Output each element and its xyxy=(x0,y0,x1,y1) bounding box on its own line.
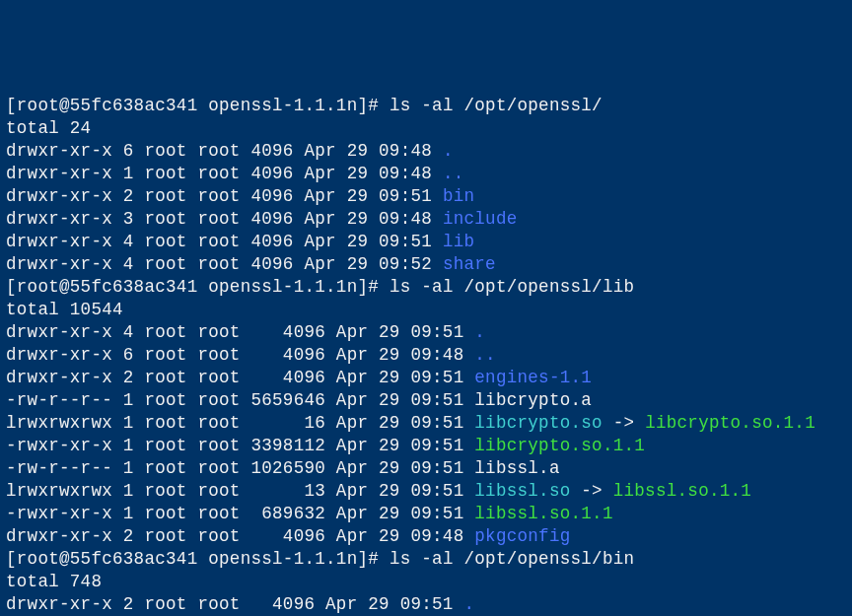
ls-name: . xyxy=(474,322,485,342)
ls-name: pkgconfig xyxy=(474,526,570,546)
terminal-line: drwxr-xr-x 2 root root 4096 Apr 29 09:51… xyxy=(6,367,846,389)
terminal-line: drwxr-xr-x 4 root root 4096 Apr 29 09:51… xyxy=(6,231,846,253)
shell-prompt: [root@55fc638ac341 openssl-1.1.1n]# xyxy=(6,96,390,115)
ls-name: libcrypto.so xyxy=(474,413,603,433)
terminal-line: drwxr-xr-x 2 root root 4096 Apr 29 09:51… xyxy=(6,593,846,616)
ls-meta: drwxr-xr-x 3 root root 4096 Apr 29 09:48 xyxy=(6,209,443,229)
ls-name: include xyxy=(443,209,518,229)
symlink-arrow: -> xyxy=(603,413,645,433)
terminal-line: drwxr-xr-x 3 root root 4096 Apr 29 09:48… xyxy=(6,208,846,231)
ls-meta: -rwxr-xr-x 1 root root 3398112 Apr 29 09… xyxy=(6,436,474,455)
shell-prompt: [root@55fc638ac341 openssl-1.1.1n]# xyxy=(6,277,390,297)
ls-meta: drwxr-xr-x 4 root root 4096 Apr 29 09:51 xyxy=(6,232,443,251)
terminal-line: total 748 xyxy=(6,571,846,593)
terminal-line: total 10544 xyxy=(6,299,846,321)
symlink-arrow: -> xyxy=(571,481,613,501)
terminal-line: -rwxr-xr-x 1 root root 3398112 Apr 29 09… xyxy=(6,435,846,457)
ls-name: share xyxy=(443,254,496,274)
ls-meta: drwxr-xr-x 2 root root 4096 Apr 29 09:48 xyxy=(6,526,474,546)
ls-meta: drwxr-xr-x 2 root root 4096 Apr 29 09:51 xyxy=(6,186,443,206)
terminal-output[interactable]: [root@55fc638ac341 openssl-1.1.1n]# ls -… xyxy=(6,95,846,616)
terminal-line: drwxr-xr-x 6 root root 4096 Apr 29 09:48… xyxy=(6,344,846,367)
command-text: ls -al /opt/openssl/bin xyxy=(390,549,634,569)
ls-meta: -rwxr-xr-x 1 root root 689632 Apr 29 09:… xyxy=(6,504,474,523)
ls-total: total 24 xyxy=(6,118,91,138)
ls-name: .. xyxy=(474,345,496,365)
ls-name: bin xyxy=(443,186,474,206)
ls-name: . xyxy=(463,594,474,614)
command-text: ls -al /opt/openssl/lib xyxy=(390,277,634,297)
ls-name: libcrypto.a xyxy=(474,390,592,410)
ls-name: libcrypto.so.1.1 xyxy=(474,436,645,455)
symlink-target: libssl.so.1.1 xyxy=(613,481,751,501)
terminal-line: lrwxrwxrwx 1 root root 16 Apr 29 09:51 l… xyxy=(6,412,846,435)
terminal-line: drwxr-xr-x 4 root root 4096 Apr 29 09:52… xyxy=(6,253,846,276)
terminal-line: [root@55fc638ac341 openssl-1.1.1n]# ls -… xyxy=(6,95,846,117)
ls-meta: drwxr-xr-x 4 root root 4096 Apr 29 09:52 xyxy=(6,254,443,274)
ls-meta: lrwxrwxrwx 1 root root 16 Apr 29 09:51 xyxy=(6,413,474,433)
terminal-line: -rw-r--r-- 1 root root 5659646 Apr 29 09… xyxy=(6,389,846,412)
terminal-line: [root@55fc638ac341 openssl-1.1.1n]# ls -… xyxy=(6,548,846,571)
terminal-line: drwxr-xr-x 6 root root 4096 Apr 29 09:48… xyxy=(6,140,846,163)
terminal-line: -rwxr-xr-x 1 root root 689632 Apr 29 09:… xyxy=(6,503,846,525)
terminal-line: drwxr-xr-x 1 root root 4096 Apr 29 09:48… xyxy=(6,163,846,185)
ls-name: libssl.a xyxy=(474,458,559,478)
ls-name: .. xyxy=(443,164,464,183)
terminal-line: drwxr-xr-x 2 root root 4096 Apr 29 09:51… xyxy=(6,185,846,208)
terminal-line: [root@55fc638ac341 openssl-1.1.1n]# ls -… xyxy=(6,276,846,299)
shell-prompt: [root@55fc638ac341 openssl-1.1.1n]# xyxy=(6,549,390,569)
ls-name: . xyxy=(443,141,454,161)
terminal-line: drwxr-xr-x 2 root root 4096 Apr 29 09:48… xyxy=(6,525,846,548)
ls-meta: -rw-r--r-- 1 root root 1026590 Apr 29 09… xyxy=(6,458,474,478)
ls-meta: drwxr-xr-x 1 root root 4096 Apr 29 09:48 xyxy=(6,164,443,183)
terminal-line: total 24 xyxy=(6,117,846,140)
ls-meta: drwxr-xr-x 2 root root 4096 Apr 29 09:51 xyxy=(6,368,474,387)
terminal-line: lrwxrwxrwx 1 root root 13 Apr 29 09:51 l… xyxy=(6,480,846,503)
symlink-target: libcrypto.so.1.1 xyxy=(645,413,816,433)
ls-name: libssl.so xyxy=(474,481,570,501)
ls-name: engines-1.1 xyxy=(474,368,592,387)
ls-meta: drwxr-xr-x 2 root root 4096 Apr 29 09:51 xyxy=(6,594,463,614)
terminal-line: -rw-r--r-- 1 root root 1026590 Apr 29 09… xyxy=(6,457,846,480)
terminal-line: drwxr-xr-x 4 root root 4096 Apr 29 09:51… xyxy=(6,321,846,344)
ls-meta: drwxr-xr-x 6 root root 4096 Apr 29 09:48 xyxy=(6,345,474,365)
ls-total: total 748 xyxy=(6,572,102,591)
ls-meta: drwxr-xr-x 6 root root 4096 Apr 29 09:48 xyxy=(6,141,443,161)
ls-total: total 10544 xyxy=(6,300,123,319)
ls-meta: drwxr-xr-x 4 root root 4096 Apr 29 09:51 xyxy=(6,322,474,342)
ls-name: libssl.so.1.1 xyxy=(474,504,612,523)
ls-meta: lrwxrwxrwx 1 root root 13 Apr 29 09:51 xyxy=(6,481,474,501)
command-text: ls -al /opt/openssl/ xyxy=(390,96,603,115)
ls-name: lib xyxy=(443,232,474,251)
ls-meta: -rw-r--r-- 1 root root 5659646 Apr 29 09… xyxy=(6,390,474,410)
